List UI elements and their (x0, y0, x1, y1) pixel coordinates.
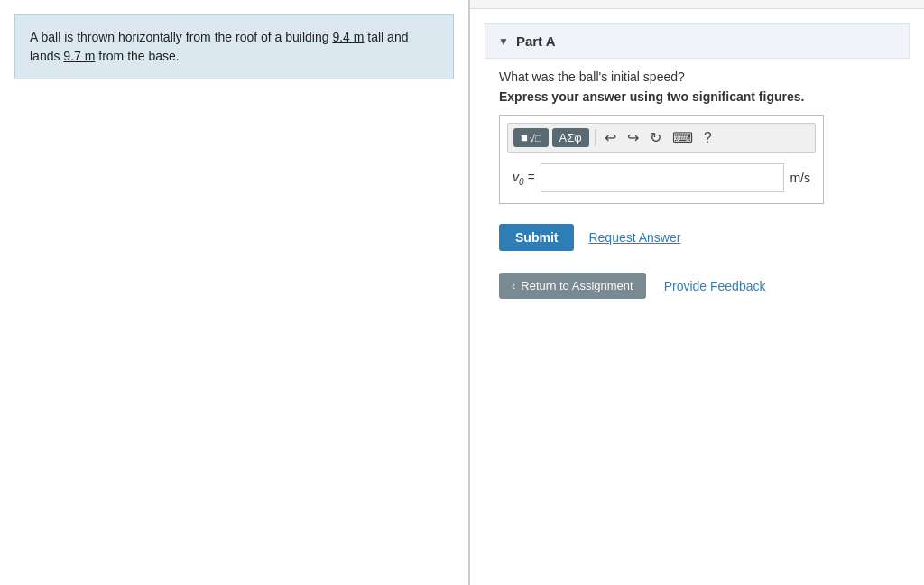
return-label: Return to Assignment (521, 279, 633, 292)
request-answer-button[interactable]: Request Answer (588, 230, 680, 245)
top-bar (470, 0, 924, 9)
left-panel: A ball is thrown horizontally from the r… (0, 0, 469, 585)
refresh-icon: ↻ (650, 130, 661, 145)
bottom-bar: ‹ Return to Assignment Provide Feedback (470, 260, 924, 311)
collapse-arrow-icon[interactable]: ▼ (498, 35, 509, 48)
question-area: What was the ball's initial speed? Expre… (470, 59, 924, 215)
math-input-container: ■ √□ AΣφ ↩ ↪ ↻ ⌨ (499, 115, 824, 204)
part-a-label: Part A (516, 33, 556, 49)
part-a-header: ▼ Part A (485, 23, 910, 59)
submit-row: Submit Request Answer (470, 215, 924, 260)
problem-text: A ball is thrown horizontally from the r… (30, 30, 408, 63)
greek-label: AΣφ (559, 131, 582, 144)
question-text: What was the ball's initial speed? (499, 70, 895, 84)
problem-statement: A ball is thrown horizontally from the r… (14, 14, 454, 79)
refresh-button[interactable]: ↻ (646, 127, 665, 148)
redo-icon: ↪ (627, 130, 639, 145)
greek-button[interactable]: AΣφ (552, 128, 589, 147)
keyboard-button[interactable]: ⌨ (669, 127, 697, 148)
velocity-label: v0 = (513, 170, 535, 187)
provide-feedback-button[interactable]: Provide Feedback (664, 279, 766, 293)
submit-button[interactable]: Submit (499, 224, 574, 251)
math-toolbar: ■ √□ AΣφ ↩ ↪ ↻ ⌨ (507, 123, 816, 153)
chevron-left-icon: ‹ (512, 279, 515, 292)
instruction-text: Express your answer using two significan… (499, 89, 895, 104)
sqrt-label: √□ (530, 133, 541, 144)
help-button[interactable]: ? (700, 128, 716, 148)
undo-button[interactable]: ↩ (601, 127, 620, 148)
undo-icon: ↩ (605, 130, 616, 145)
return-to-assignment-button[interactable]: ‹ Return to Assignment (499, 273, 646, 299)
unit-label: m/s (790, 171, 810, 185)
toolbar-divider (595, 129, 596, 147)
redo-button[interactable]: ↪ (624, 127, 642, 148)
help-icon: ? (704, 130, 712, 145)
input-row: v0 = m/s (507, 160, 816, 196)
sqrt-icon: ■ (521, 131, 528, 144)
velocity-input[interactable] (541, 163, 785, 192)
sqrt-button[interactable]: ■ √□ (513, 128, 549, 147)
right-panel: ▼ Part A What was the ball's initial spe… (470, 0, 924, 585)
keyboard-icon: ⌨ (672, 130, 693, 145)
